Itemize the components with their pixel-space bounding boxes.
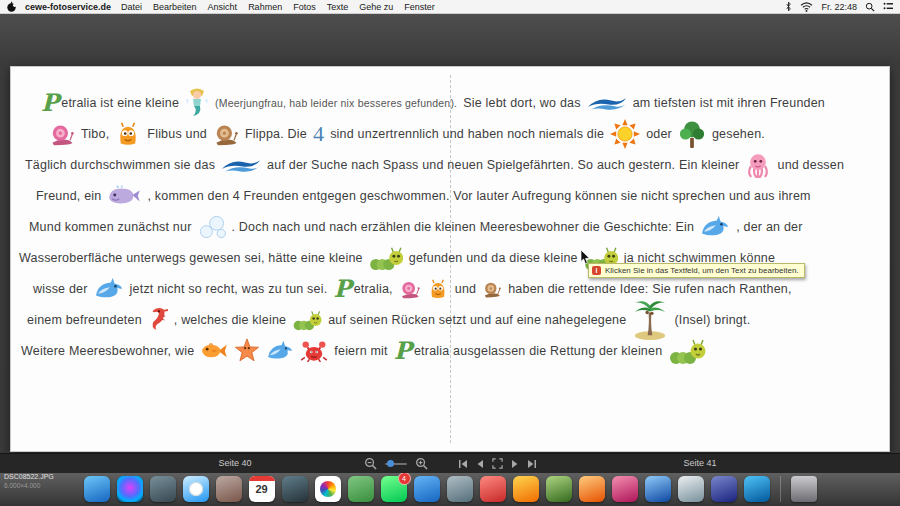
apple-menu-icon[interactable]: [6, 1, 17, 12]
story-word: etralia ist eine kleine: [61, 96, 179, 110]
story-word: Mund kommen zunächst nur: [29, 220, 192, 234]
calendar-day: 29: [255, 481, 267, 498]
zoom-slider-handle[interactable]: [387, 460, 394, 467]
story-line[interactable]: Mund kommen zunächst nur. Doch nach und …: [29, 211, 877, 242]
dock-icon-app-colorful[interactable]: [513, 476, 539, 502]
menu-bar: cewe-fotoservice.de DateiBearbeitenAnsic…: [0, 0, 900, 14]
snail-brown-icon: [213, 122, 239, 146]
menu-datei[interactable]: Datei: [121, 2, 142, 12]
dock-icon-launchpad[interactable]: [150, 476, 176, 502]
app-name[interactable]: cewe-fotoservice.de: [25, 2, 111, 12]
tree-icon: [678, 119, 706, 149]
dock-icon-numbers[interactable]: [546, 476, 572, 502]
monster-icon: [115, 122, 141, 146]
wifi-icon[interactable]: [800, 2, 813, 12]
story-word: Wasseroberfläche unterwegs gewesen sei, …: [19, 251, 363, 265]
story-line[interactable]: Tibo,Flibus undFlippa. Die4sind unzertre…: [49, 118, 877, 149]
story-word: etralia ausgelassen die Rettung der klei…: [414, 344, 662, 358]
menu-texte[interactable]: Texte: [327, 2, 349, 12]
story-word: (Insel) bringt.: [674, 313, 750, 327]
page-spread[interactable]: Petralia ist eine kleine(Meerjungfrau, h…: [10, 66, 890, 452]
menu-fenster[interactable]: Fenster: [404, 2, 435, 12]
menu-clock[interactable]: Fr. 22:48: [821, 2, 857, 12]
story-word: , der an der: [736, 220, 802, 234]
story-word: feiern mit: [334, 344, 387, 358]
dock-icon-music[interactable]: [612, 476, 638, 502]
mermaid-icon: [185, 88, 209, 118]
story-word: am tiefsten ist mit ihren Freunden: [633, 96, 825, 110]
menu-bearbeiten[interactable]: Bearbeiten: [153, 2, 197, 12]
bubbles-icon: [198, 215, 226, 239]
dock-icon-trash[interactable]: [791, 476, 817, 502]
editor-workspace: Petralia ist eine kleine(Meerjungfrau, h…: [0, 14, 900, 453]
story-word: haben die rettende Idee: Sie rufen nach …: [508, 282, 791, 296]
dock: 294: [0, 472, 900, 506]
previous-page-button[interactable]: [476, 459, 484, 469]
story-word: oder: [646, 127, 672, 141]
dock-icon-itunes[interactable]: [480, 476, 506, 502]
menu-fotos[interactable]: Fotos: [293, 2, 316, 12]
story-word: Tibo,: [81, 127, 109, 141]
spotlight-icon[interactable]: [865, 2, 875, 12]
file-dimensions: 6.000×4.000: [4, 482, 54, 490]
menu-gehe-zu[interactable]: Gehe zu: [359, 2, 393, 12]
bottom-toolbar: Seite 40: [0, 453, 900, 473]
dock-icon-preview[interactable]: [282, 476, 308, 502]
story-line[interactable]: einem befreundeten, welches die kleineau…: [27, 304, 877, 335]
caterpillar-icon: [292, 309, 322, 331]
story-text[interactable]: Petralia ist eine kleine(Meerjungfrau, h…: [11, 67, 889, 366]
dock-icon-app-blue-1[interactable]: [711, 476, 737, 502]
notification-center-icon[interactable]: [883, 2, 894, 11]
dock-separator: [780, 476, 781, 502]
story-word: Freund, ein: [36, 189, 101, 203]
dock-icon-photos[interactable]: [315, 476, 341, 502]
zoom-in-button[interactable]: [415, 457, 428, 470]
story-word: auf seinen Rücken setzt und auf eine nah…: [328, 313, 626, 327]
palm-icon: [632, 300, 668, 340]
story-line[interactable]: Weitere Meeresbewohner, wiefeiern mitPet…: [21, 335, 877, 366]
next-page-button[interactable]: [511, 459, 519, 469]
dock-icon-system-preferences[interactable]: [678, 476, 704, 502]
story-line[interactable]: Freund, ein, kommen den 4 Freunden entge…: [36, 180, 877, 211]
tooltip-icon: i: [592, 266, 601, 275]
story-word: Sie lebt dort, wo das: [463, 96, 580, 110]
menu-rahmen[interactable]: Rahmen: [248, 2, 282, 12]
toolbar-controls: [0, 454, 900, 473]
story-word: gesehen.: [712, 127, 765, 141]
dock-icon-calendar[interactable]: 29: [249, 476, 275, 502]
zoom-slider[interactable]: [385, 463, 407, 465]
dock-icon-archive[interactable]: [216, 476, 242, 502]
first-page-button[interactable]: [458, 459, 468, 469]
story-line[interactable]: Petralia ist eine kleine(Meerjungfrau, h…: [41, 87, 877, 118]
dock-icon-app-blue-2[interactable]: [744, 476, 770, 502]
dock-icon-messages[interactable]: 4: [381, 476, 407, 502]
fit-to-screen-button[interactable]: [492, 458, 503, 469]
seahorse-icon: [148, 306, 168, 334]
dock-icon-app-store[interactable]: [645, 476, 671, 502]
dock-icon-siri[interactable]: [117, 476, 143, 502]
story-word: , kommen den 4 Freunden entgegen geschwo…: [147, 189, 810, 203]
right-page-label: Seite 41: [655, 454, 745, 473]
dock-icon-photo-booth[interactable]: [447, 476, 473, 502]
dock-icon-game-center[interactable]: [348, 476, 374, 502]
story-line[interactable]: Täglich durchschwimmen sie dasauf der Su…: [25, 149, 877, 180]
drop-cap-p: P: [333, 277, 351, 301]
mouse-cursor: [580, 250, 590, 265]
octopus-icon: [745, 152, 771, 178]
menu-ansicht[interactable]: Ansicht: [208, 2, 238, 12]
wave-icon: [587, 95, 627, 111]
story-word: etralia,: [354, 282, 393, 296]
last-page-button[interactable]: [527, 459, 537, 469]
big-number: 4: [313, 123, 324, 145]
dolphin-icon: [266, 340, 294, 362]
wave-icon: [221, 157, 261, 173]
dock-icon-finder[interactable]: [84, 476, 110, 502]
bluetooth-icon[interactable]: [785, 1, 792, 12]
story-word: sind unzertrennlich und haben noch niema…: [330, 127, 604, 141]
story-word: Täglich durchschwimmen sie das: [25, 158, 215, 172]
dock-icon-pages[interactable]: [579, 476, 605, 502]
dock-icon-safari[interactable]: [183, 476, 209, 502]
dock-icon-mail[interactable]: [414, 476, 440, 502]
zoom-out-button[interactable]: [364, 457, 377, 470]
menu-items: DateiBearbeitenAnsichtRahmenFotosTexteGe…: [121, 2, 435, 12]
